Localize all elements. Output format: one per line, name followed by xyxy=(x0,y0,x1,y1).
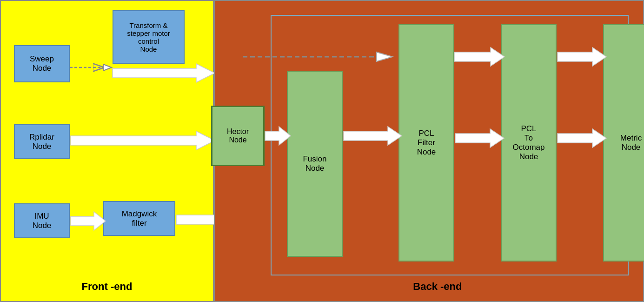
pcl-octomap-node: PCL To Octomap Node xyxy=(501,24,557,262)
pcl-filter-octomap-arrow xyxy=(455,129,504,148)
pcl-filter-node: PCL Filter Node xyxy=(398,24,454,262)
sweep-transform-arrow xyxy=(70,60,114,74)
svg-marker-14 xyxy=(558,47,606,66)
imu-node: IMU Node xyxy=(14,203,70,238)
dashed-top-arrow xyxy=(243,47,401,66)
pcl-octomap-metric-arrow xyxy=(558,129,606,148)
rplidar-node: Rplidar Node xyxy=(14,124,70,159)
madgwick-node: Madgwick filter xyxy=(103,201,175,236)
svg-marker-2 xyxy=(103,64,112,71)
pcl-filter-top-arrow xyxy=(454,47,505,66)
hector-node: Hector Node xyxy=(211,106,265,166)
transform-node: Transform & stepper motor control Node xyxy=(113,10,185,64)
sweep-node: Sweep Node xyxy=(14,45,70,82)
hector-fusion-arrow xyxy=(265,127,291,145)
metric-node: Metric Node xyxy=(603,24,644,262)
fusion-pcl-arrow xyxy=(344,127,402,145)
svg-marker-10 xyxy=(265,127,291,145)
backend-label: Back -end xyxy=(413,281,462,293)
frontend-panel: Sweep Node Rplidar Node IMU Node Transfo… xyxy=(0,0,214,302)
imu-madgwick-arrow xyxy=(71,212,106,230)
svg-marker-4 xyxy=(71,212,106,230)
svg-marker-13 xyxy=(455,129,504,148)
diagram-container: Sweep Node Rplidar Node IMU Node Transfo… xyxy=(0,0,644,302)
pcl-octomap-metric-top-arrow xyxy=(558,47,606,66)
fusion-node: Fusion Node xyxy=(287,71,343,257)
transform-fusion-arrow xyxy=(113,64,215,138)
svg-marker-11 xyxy=(344,127,402,145)
svg-marker-15 xyxy=(558,129,606,148)
backend-panel: Hector Node Fusion Node PCL Filter Node … xyxy=(214,0,644,302)
frontend-label: Front -end xyxy=(82,281,133,293)
svg-marker-6 xyxy=(113,64,215,82)
svg-marker-12 xyxy=(454,47,505,66)
svg-marker-9 xyxy=(377,52,392,61)
